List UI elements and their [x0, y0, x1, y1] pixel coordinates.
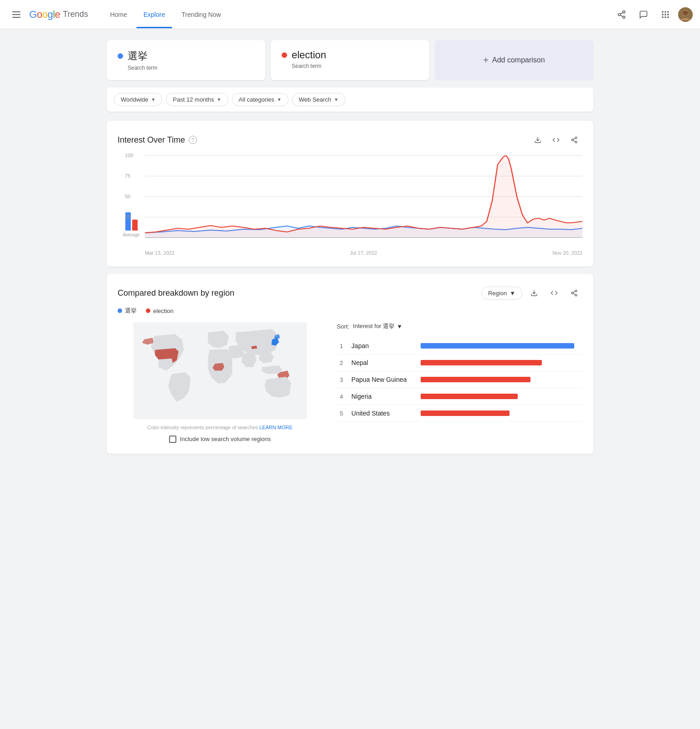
svg-rect-11: [662, 14, 664, 15]
ranking-bars: [421, 343, 582, 349]
ranking-bar-red: [421, 411, 510, 416]
svg-rect-9: [664, 11, 666, 12]
term1-text[interactable]: 選挙: [128, 49, 148, 63]
legend-label-2: election: [153, 308, 174, 314]
time-filter-label: Past 12 months: [173, 96, 214, 103]
ranking-row[interactable]: 5 United States: [337, 405, 582, 422]
region-share-button[interactable]: [566, 285, 582, 301]
region-embed-button[interactable]: [546, 285, 562, 301]
region-download-button[interactable]: [526, 285, 542, 301]
ranking-name: United States: [351, 410, 415, 417]
svg-rect-10: [667, 11, 669, 12]
legend-row: 選挙 election: [118, 307, 582, 315]
location-filter[interactable]: Worldwide ▼: [114, 93, 162, 106]
ranking-num: 1: [337, 343, 346, 349]
interest-download-button[interactable]: [530, 132, 546, 148]
nav-trending[interactable]: Trending Now: [174, 7, 228, 22]
map-note: Color intensity represents percentage of…: [147, 425, 293, 430]
help-icon[interactable]: ?: [189, 136, 197, 144]
avg-section: Average: [118, 155, 145, 237]
search-term-card-2: election Search term: [271, 40, 429, 80]
svg-point-29: [575, 290, 577, 292]
search-terms-row: 選挙 Search term election Search term + Ad…: [107, 40, 593, 80]
ranking-bar-blue: [421, 343, 574, 349]
main-content: 選挙 Search term election Search term + Ad…: [99, 29, 601, 472]
location-chevron-icon: ▼: [151, 97, 155, 102]
search-type-filter[interactable]: Web Search ▼: [292, 93, 345, 106]
x-label-nov: Nov 20, 2022: [553, 250, 582, 256]
ranking-bar-red: [421, 377, 530, 382]
share-button[interactable]: [612, 5, 631, 24]
svg-point-21: [575, 137, 577, 139]
sort-row: Sort: Interest for 選挙 ▼: [337, 322, 582, 330]
interest-title-text: Interest Over Time: [118, 135, 185, 145]
term2-type: Search term: [292, 63, 418, 69]
svg-rect-16: [667, 16, 669, 18]
ranking-bars: [421, 377, 582, 382]
category-filter-label: All categories: [239, 96, 274, 103]
ranking-num: 3: [337, 376, 346, 383]
user-avatar[interactable]: [678, 7, 693, 22]
category-filter[interactable]: All categories ▼: [232, 93, 288, 106]
grid-label-50: 50: [125, 194, 130, 199]
interest-card-title: Interest Over Time ?: [118, 135, 197, 145]
x-axis-labels: Mar 13, 2022 Jul 17, 2022 Nov 20, 2022: [145, 250, 582, 256]
svg-line-32: [573, 293, 576, 295]
add-comparison-button[interactable]: + Add comparison: [435, 40, 593, 80]
legend-dot-1: [118, 308, 122, 313]
apps-button[interactable]: [656, 5, 674, 24]
ranking-row[interactable]: 3 Papua New Guinea: [337, 371, 582, 388]
logo[interactable]: Google Trends: [29, 9, 88, 21]
menu-button[interactable]: [7, 5, 26, 24]
interest-card-actions: [530, 132, 582, 148]
grid-label-25: 25: [125, 214, 130, 220]
ranking-num: 5: [337, 410, 346, 417]
svg-point-5: [623, 16, 625, 18]
feedback-button[interactable]: [634, 5, 653, 24]
ranking-name: Japan: [351, 342, 415, 349]
world-map-svg: [134, 322, 307, 419]
header-actions: [612, 5, 693, 24]
search-type-filter-label: Web Search: [299, 96, 331, 103]
svg-point-3: [623, 10, 625, 13]
legend-item-2: election: [146, 307, 174, 315]
sort-select[interactable]: Interest for 選挙 ▼: [353, 322, 403, 330]
learn-more-link[interactable]: LEARN MORE: [259, 425, 293, 430]
nav-explore[interactable]: Explore: [136, 7, 172, 22]
svg-line-24: [573, 140, 576, 142]
ranking-bars: [421, 394, 582, 399]
low-volume-checkbox[interactable]: [169, 436, 176, 443]
google-wordmark: Google: [29, 9, 60, 21]
region-chevron-icon: ▼: [510, 290, 515, 297]
avg-bar-red: [132, 220, 138, 231]
ranking-row[interactable]: 2 Nepal: [337, 354, 582, 371]
svg-rect-2: [12, 17, 21, 18]
trends-wordmark: Trends: [63, 10, 88, 19]
map-area: Color intensity represents percentage of…: [118, 322, 322, 443]
ranking-bar-red: [421, 360, 542, 365]
svg-point-30: [571, 292, 573, 294]
legend-dot-2: [146, 308, 150, 313]
time-chevron-icon: ▼: [217, 97, 221, 102]
time-filter[interactable]: Past 12 months ▼: [166, 93, 228, 106]
grid-label-75: 75: [125, 173, 130, 179]
interest-share-button[interactable]: [566, 132, 582, 148]
sort-value: Interest for 選挙: [353, 322, 395, 330]
search-term-header-2: election: [282, 49, 418, 61]
ranking-row[interactable]: 1 Japan: [337, 338, 582, 354]
svg-line-25: [573, 138, 576, 139]
ranking-num: 2: [337, 359, 346, 366]
region-select-button[interactable]: Region ▼: [481, 287, 522, 300]
svg-rect-14: [662, 16, 664, 18]
term2-dot: [282, 52, 287, 58]
avg-label: Average: [123, 232, 139, 237]
nav-home[interactable]: Home: [103, 7, 134, 22]
ranking-row[interactable]: 4 Nigeria: [337, 388, 582, 405]
term1-dot: [118, 53, 123, 59]
term2-text[interactable]: election: [292, 49, 326, 61]
ranking-bar-red: [421, 394, 518, 399]
ranking-bars: [421, 360, 582, 365]
low-volume-label: Include low search volume regions: [180, 436, 271, 442]
interest-embed-button[interactable]: [548, 132, 564, 148]
svg-point-22: [571, 139, 573, 141]
